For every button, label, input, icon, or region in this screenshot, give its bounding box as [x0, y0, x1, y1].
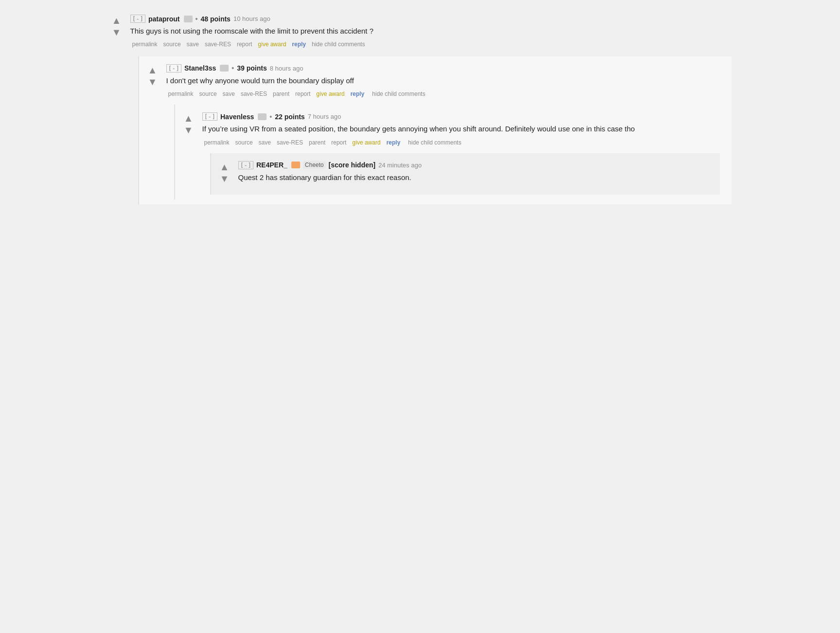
comment-actions-1: permalink source save save-RES report gi…: [130, 41, 732, 48]
comment-header-1: [-] pataprout • 48 points 10 hours ago: [130, 15, 732, 23]
points-3: 22 points: [275, 113, 304, 121]
action-reply-3[interactable]: reply: [384, 139, 402, 146]
action-saveres-2[interactable]: save-RES: [239, 90, 269, 97]
action-source-2[interactable]: source: [197, 90, 219, 97]
user-icon-4: [291, 162, 300, 168]
action-parent-2[interactable]: parent: [271, 90, 291, 97]
vote-buttons-3: ▲ ▼: [181, 112, 197, 136]
collapse-4[interactable]: [-]: [238, 161, 253, 169]
collapse-3[interactable]: [-]: [202, 112, 217, 121]
collapse-2[interactable]: [-]: [166, 64, 181, 72]
time-ago-3: 7 hours ago: [308, 113, 341, 120]
action-permalink-1[interactable]: permalink: [130, 41, 160, 48]
user-icon-3: [258, 113, 267, 120]
vote-buttons-1: ▲ ▼: [109, 15, 125, 38]
comment-body-3: [-] Havenless • 22 points 7 hours ago If…: [202, 112, 720, 146]
action-report-1[interactable]: report: [235, 41, 254, 48]
vote-buttons-2: ▲ ▼: [145, 64, 161, 88]
user-icon-1: [184, 16, 193, 22]
downvote-4[interactable]: ▼: [220, 173, 230, 184]
upvote-1[interactable]: ▲: [112, 15, 122, 26]
action-reply-2[interactable]: reply: [348, 90, 366, 97]
username-3: Havenless: [220, 113, 254, 121]
action-saveres-1[interactable]: save-RES: [203, 41, 233, 48]
upvote-2[interactable]: ▲: [148, 64, 158, 76]
action-report-3[interactable]: report: [329, 139, 348, 146]
username-2: Stanel3ss: [184, 64, 216, 72]
comment-block-3: ▲ ▼ [-] Havenless • 22 points 7 hours ag…: [174, 105, 726, 199]
downvote-2[interactable]: ▼: [148, 76, 158, 88]
points-4: [score hidden]: [329, 161, 375, 169]
downvote-3[interactable]: ▼: [184, 124, 194, 136]
comment-body-2: [-] Stanel3ss • 39 points 8 hours ago I …: [166, 64, 726, 98]
comment-thread: ▲ ▼ [-] pataprout • 48 points 10 hours a…: [109, 10, 732, 204]
action-save-1[interactable]: save: [185, 41, 201, 48]
comment-block-2: ▲ ▼ [-] Stanel3ss • 39 points 8 hours ag…: [138, 56, 732, 205]
time-ago-4: 24 minutes ago: [378, 162, 422, 169]
user-badge-4: Cheeto: [303, 161, 326, 169]
comment-text-2: I don't get why anyone would turn the bo…: [166, 75, 726, 87]
action-hidechildren-1[interactable]: hide child comments: [310, 41, 367, 48]
action-permalink-3[interactable]: permalink: [202, 139, 232, 146]
action-source-3[interactable]: source: [233, 139, 255, 146]
upvote-4[interactable]: ▲: [220, 161, 230, 173]
action-source-1[interactable]: source: [161, 41, 183, 48]
time-ago-2: 8 hours ago: [270, 65, 304, 72]
username-1: pataprout: [148, 15, 180, 23]
comment-header-3: [-] Havenless • 22 points 7 hours ago: [202, 112, 720, 121]
comment-body-1: [-] pataprout • 48 points 10 hours ago T…: [130, 15, 732, 48]
points-2: 39 points: [237, 64, 267, 72]
action-saveres-3[interactable]: save-RES: [275, 139, 305, 146]
comment-text-3: If you’re using VR from a seated positio…: [202, 124, 720, 135]
comment-block-1: ▲ ▼ [-] pataprout • 48 points 10 hours a…: [109, 10, 732, 53]
action-hidechildren-2[interactable]: hide child comments: [370, 90, 427, 97]
action-save-2[interactable]: save: [221, 90, 237, 97]
action-hidechildren-3[interactable]: hide child comments: [406, 139, 463, 146]
action-parent-3[interactable]: parent: [307, 139, 327, 146]
comment-actions-2: permalink source save save-RES parent re…: [166, 90, 726, 98]
comment-text-1: This guys is not using the roomscale wit…: [130, 26, 732, 37]
time-ago-1: 10 hours ago: [233, 15, 270, 22]
action-report-2[interactable]: report: [293, 90, 312, 97]
username-4: RE4PER_: [256, 161, 287, 169]
vote-buttons-4: ▲ ▼: [217, 161, 232, 184]
comment-text-4: Quest 2 has stationary guardian for this…: [238, 172, 714, 183]
comment-actions-3: permalink source save save-RES parent re…: [202, 139, 720, 146]
collapse-1[interactable]: [-]: [130, 15, 145, 23]
user-icon-2: [220, 65, 229, 72]
action-giveaward-3[interactable]: give award: [350, 139, 382, 146]
action-save-3[interactable]: save: [257, 139, 273, 146]
comment-header-4: [-] RE4PER_ Cheeto [score hidden] 24 min…: [238, 161, 714, 169]
downvote-1[interactable]: ▼: [112, 26, 122, 38]
upvote-3[interactable]: ▲: [184, 112, 194, 124]
action-reply-1[interactable]: reply: [290, 41, 308, 48]
comment-body-4: [-] RE4PER_ Cheeto [score hidden] 24 min…: [238, 161, 714, 187]
comment-header-2: [-] Stanel3ss • 39 points 8 hours ago: [166, 64, 726, 72]
points-1: 48 points: [200, 15, 230, 23]
action-permalink-2[interactable]: permalink: [166, 90, 196, 97]
action-giveaward-2[interactable]: give award: [314, 90, 346, 97]
action-giveaward-1[interactable]: give award: [256, 41, 288, 48]
comment-block-4: ▲ ▼ [-] RE4PER_ Cheeto [score hidden] 24…: [210, 153, 720, 195]
